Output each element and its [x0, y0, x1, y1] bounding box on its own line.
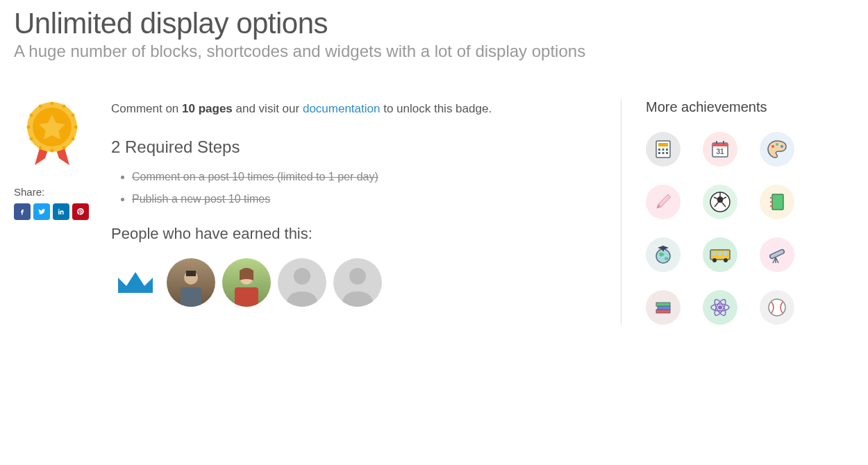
- notebook-icon: [767, 192, 787, 212]
- achievement-soccer[interactable]: [703, 185, 737, 219]
- svg-rect-50: [769, 249, 785, 260]
- achievement-palette[interactable]: [760, 132, 794, 167]
- earner-placeholder[interactable]: [333, 258, 382, 307]
- step-item: Comment on a post 10 times (limited to 1…: [132, 171, 596, 183]
- earner-placeholder[interactable]: [278, 258, 326, 307]
- svg-rect-26: [658, 152, 660, 154]
- svg-rect-23: [658, 149, 660, 151]
- calendar-icon: 31: [710, 139, 731, 160]
- earner-avatar[interactable]: [222, 258, 271, 307]
- palette-icon: [766, 138, 788, 160]
- svg-rect-38: [772, 194, 783, 210]
- achievement-bus[interactable]: [703, 237, 737, 272]
- linkedin-icon: [57, 208, 65, 216]
- svg-rect-52: [658, 306, 670, 310]
- telescope-icon: [766, 244, 788, 266]
- svg-rect-40: [770, 201, 773, 203]
- achievement-baseball[interactable]: [760, 290, 794, 325]
- svg-point-49: [724, 258, 728, 262]
- svg-rect-47: [724, 252, 727, 255]
- books-icon: [653, 297, 674, 318]
- svg-point-35: [776, 143, 778, 146]
- svg-point-4: [72, 114, 75, 117]
- svg-rect-53: [656, 303, 670, 306]
- svg-rect-46: [718, 252, 721, 255]
- svg-rect-16: [186, 271, 196, 276]
- person-icon: [333, 258, 382, 307]
- svg-point-48: [712, 258, 717, 262]
- svg-point-2: [51, 102, 54, 105]
- svg-rect-43: [662, 249, 664, 251]
- share-pinterest-button[interactable]: [72, 203, 89, 220]
- steps-list: Comment on a post 10 times (limited to 1…: [111, 171, 596, 205]
- svg-point-9: [39, 146, 42, 150]
- svg-rect-22: [658, 143, 668, 146]
- earned-heading: People who have earned this:: [111, 225, 596, 243]
- school-bus-icon: [708, 244, 732, 265]
- svg-point-10: [30, 137, 33, 141]
- medal-icon: [21, 99, 83, 169]
- earner-avatar[interactable]: [167, 258, 215, 307]
- svg-rect-31: [716, 141, 717, 144]
- svg-rect-15: [181, 287, 201, 307]
- page-subtitle: A huge number of blocks, shortcodes and …: [14, 42, 854, 61]
- svg-point-58: [769, 299, 785, 316]
- svg-rect-39: [770, 197, 773, 198]
- achievement-calendar[interactable]: 31: [703, 132, 737, 167]
- svg-point-57: [718, 305, 722, 310]
- avatar-icon: [167, 258, 215, 307]
- svg-point-6: [72, 137, 75, 141]
- share-label: Share:: [14, 186, 44, 198]
- share-twitter-button[interactable]: [33, 203, 50, 220]
- avatar-icon: [222, 258, 271, 307]
- baseball-icon: [767, 297, 787, 318]
- achievement-atom[interactable]: [703, 290, 737, 325]
- svg-point-20: [349, 268, 366, 285]
- achievement-telescope[interactable]: [760, 237, 794, 272]
- svg-point-5: [74, 126, 78, 129]
- svg-text:31: 31: [716, 148, 724, 155]
- svg-rect-25: [666, 149, 668, 151]
- svg-rect-51: [656, 310, 670, 313]
- svg-point-7: [62, 146, 66, 150]
- share-facebook-button[interactable]: [14, 203, 31, 220]
- svg-rect-27: [662, 152, 665, 154]
- svg-point-34: [771, 145, 774, 148]
- svg-rect-32: [723, 141, 724, 144]
- pinterest-icon: [76, 208, 85, 216]
- globe-grad-icon: [652, 244, 674, 266]
- earner-crown[interactable]: [111, 258, 160, 307]
- share-row: [14, 203, 89, 220]
- svg-rect-28: [666, 152, 668, 154]
- achievement-pencil[interactable]: [646, 185, 681, 219]
- steps-heading: 2 Required Steps: [111, 137, 596, 157]
- person-icon: [278, 258, 326, 307]
- badge-column: Share:: [14, 99, 90, 325]
- svg-point-8: [51, 149, 54, 153]
- svg-point-13: [39, 105, 42, 108]
- svg-point-12: [30, 114, 33, 117]
- achievement-notebook[interactable]: [760, 185, 794, 219]
- svg-point-3: [62, 105, 66, 108]
- sidebar-title: More achievements: [646, 99, 854, 115]
- share-linkedin-button[interactable]: [53, 203, 69, 220]
- sidebar: More achievements 31: [646, 99, 854, 325]
- svg-point-19: [294, 268, 310, 285]
- svg-rect-24: [662, 149, 665, 151]
- svg-rect-30: [712, 143, 728, 146]
- content-column: Comment on 10 pages and visit our docume…: [111, 99, 596, 325]
- achievement-calculator[interactable]: [646, 132, 681, 167]
- calculator-icon: [653, 139, 674, 160]
- intro-bold: 10 pages: [182, 102, 233, 115]
- svg-rect-41: [770, 205, 773, 207]
- achievement-globe[interactable]: [646, 237, 681, 272]
- step-item: Publish a new post 10 times: [132, 193, 596, 205]
- main-content: Share: Comment on 10 pages and visit our…: [14, 99, 621, 325]
- page-title: Unlimited display options: [14, 7, 854, 40]
- svg-point-36: [781, 145, 783, 148]
- atom-icon: [709, 296, 731, 319]
- documentation-link[interactable]: documentation: [303, 102, 381, 115]
- intro-text-3: to unlock this badge.: [380, 102, 492, 115]
- crown-icon: [111, 258, 160, 307]
- achievement-books[interactable]: [646, 290, 681, 325]
